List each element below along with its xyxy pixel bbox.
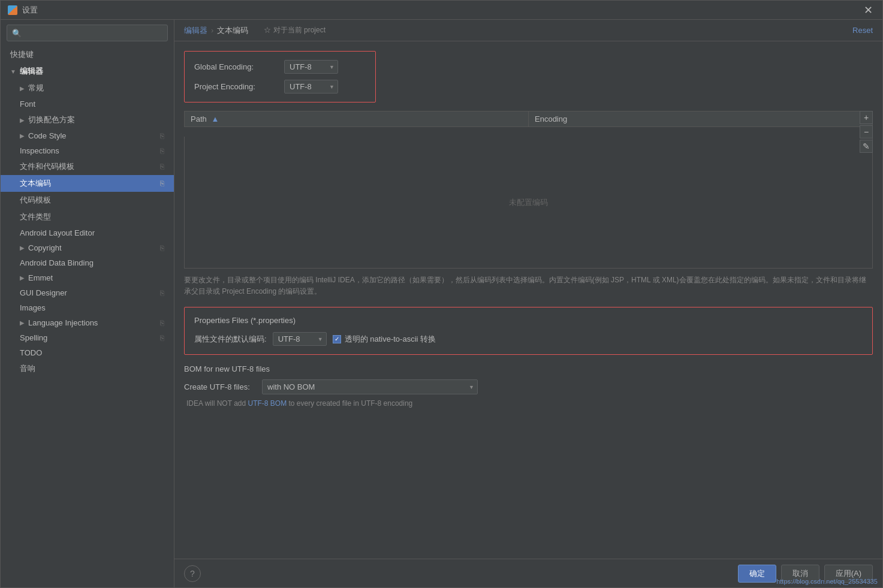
- sidebar-item-label: 快捷键: [10, 49, 34, 60]
- sidebar-item-label: Android Data Binding: [20, 258, 94, 267]
- sidebar-item-general[interactable]: ▶ 常规: [1, 80, 174, 97]
- copy-icon: ⎘: [160, 289, 164, 297]
- properties-title: Properties Files (*.properties): [194, 316, 863, 325]
- encoding-section: Global Encoding: UTF-8 Project Encoding:…: [184, 51, 376, 102]
- sidebar-item-images[interactable]: Images: [1, 300, 174, 315]
- edit-encoding-button[interactable]: ✎: [860, 140, 873, 153]
- global-encoding-row: Global Encoding: UTF-8: [194, 60, 366, 74]
- copy-icon: ⎘: [160, 147, 164, 155]
- sidebar-item-live-templates[interactable]: 代码模板: [1, 192, 174, 209]
- native-to-ascii-label: 透明的 native-to-ascii 转换: [345, 334, 436, 345]
- copy-icon: ⎘: [160, 319, 164, 327]
- arrow-right-icon: ▶: [20, 117, 25, 123]
- global-encoding-select[interactable]: UTF-8: [284, 60, 338, 74]
- add-encoding-button[interactable]: +: [860, 111, 873, 124]
- sort-asc-icon: ▲: [211, 114, 219, 123]
- sidebar-item-label: 文本编码: [20, 178, 51, 189]
- sidebar-item-label: Emmet: [28, 273, 53, 282]
- project-encoding-select-wrapper: UTF-8: [284, 80, 338, 94]
- properties-encoding-select[interactable]: UTF-8: [273, 332, 327, 346]
- sidebar-item-font[interactable]: Font: [1, 97, 174, 111]
- footer-url: https://blog.csdn.net/qq_25534335: [776, 578, 878, 585]
- path-encoding-table: Path ▲ Encoding: [184, 111, 873, 127]
- titlebar: 设置 ✕: [1, 1, 882, 20]
- create-utf8-row: Create UTF-8 files: with NO BOM: [184, 379, 873, 394]
- sidebar-item-label: Code Style: [28, 131, 67, 140]
- breadcrumb: 编辑器 › 文本编码 ☆ 对于当前 project Reset: [174, 20, 882, 41]
- sidebar-item-label: Inspections: [20, 146, 59, 155]
- arrow-down-icon: ▼: [10, 68, 16, 75]
- sidebar-item-sound[interactable]: 音响: [1, 360, 174, 377]
- sidebar-item-file-encodings[interactable]: 文本编码 ⎘: [1, 175, 174, 192]
- sidebar-item-label: Language Injections: [28, 318, 98, 327]
- native-to-ascii-checkbox[interactable]: ✓: [333, 335, 341, 343]
- sidebar-item-shortcuts[interactable]: 快捷键: [1, 46, 174, 63]
- sidebar-item-todo[interactable]: TODO: [1, 345, 174, 360]
- sidebar-item-label: Copyright: [28, 243, 62, 252]
- sidebar-item-label: 切换配色方案: [28, 114, 75, 125]
- project-encoding-select[interactable]: UTF-8: [284, 80, 338, 94]
- sidebar-item-spelling[interactable]: Spelling ⎘: [1, 330, 174, 345]
- sidebar-item-label: 编辑器: [20, 66, 43, 77]
- copy-icon: ⎘: [160, 132, 164, 140]
- project-link[interactable]: ☆ 对于当前 project: [264, 25, 326, 35]
- sidebar-item-editor[interactable]: ▼ 编辑器: [1, 63, 174, 80]
- bom-section: BOM for new UTF-8 files Create UTF-8 fil…: [184, 364, 873, 408]
- app-icon: [8, 5, 17, 15]
- sidebar-item-label: TODO: [20, 348, 42, 357]
- sidebar-item-android-layout-editor[interactable]: Android Layout Editor: [1, 225, 174, 240]
- ok-button[interactable]: 确定: [738, 565, 776, 583]
- close-button[interactable]: ✕: [861, 4, 875, 17]
- sidebar-item-label: 音响: [20, 363, 35, 374]
- sidebar-item-color-scheme[interactable]: ▶ 切换配色方案: [1, 111, 174, 128]
- col-path: Path ▲: [185, 111, 529, 127]
- reset-button[interactable]: Reset: [852, 26, 873, 35]
- path-encoding-table-container: Path ▲ Encoding 未配置编码 + − ✎: [184, 111, 873, 269]
- sidebar-item-label: 文件类型: [20, 212, 51, 222]
- remove-encoding-button[interactable]: −: [860, 125, 873, 138]
- settings-window: 设置 ✕ 🔍 快捷键 ▼ 编辑器 ▶ 常规 Font ▶: [0, 0, 883, 588]
- sidebar-item-gui-designer[interactable]: GUI Designer ⎘: [1, 285, 174, 300]
- settings-body: Global Encoding: UTF-8 Project Encoding:…: [174, 41, 882, 559]
- sidebar-item-file-types[interactable]: 文件类型: [1, 209, 174, 225]
- properties-encoding-label: 属性文件的默认编码:: [194, 334, 267, 345]
- arrow-right-icon: ▶: [20, 132, 25, 139]
- help-button[interactable]: ?: [184, 565, 201, 582]
- project-encoding-label: Project Encoding:: [194, 82, 278, 91]
- properties-encoding-select-wrapper: UTF-8: [273, 332, 327, 346]
- properties-section: Properties Files (*.properties) 属性文件的默认编…: [184, 307, 873, 355]
- create-utf8-select[interactable]: with NO BOM: [262, 379, 478, 394]
- properties-encoding-row: 属性文件的默认编码: UTF-8 ✓ 透明的 native-to-ascii 转…: [194, 332, 863, 346]
- sidebar-item-label: 常规: [28, 83, 44, 94]
- arrow-right-icon: ▶: [20, 245, 25, 251]
- sidebar-item-label: 代码模板: [20, 195, 51, 206]
- sidebar-item-file-code-templates[interactable]: 文件和代码模板 ⎘: [1, 158, 174, 175]
- create-utf8-label: Create UTF-8 files:: [184, 382, 256, 391]
- search-icon: 🔍: [12, 29, 22, 38]
- sidebar-item-emmet[interactable]: ▶ Emmet: [1, 270, 174, 285]
- global-encoding-label: Global Encoding:: [194, 62, 278, 71]
- sidebar-item-inspections[interactable]: Inspections ⎘: [1, 143, 174, 158]
- sidebar-item-code-style[interactable]: ▶ Code Style ⎘: [1, 128, 174, 143]
- sidebar-item-label: Android Layout Editor: [20, 228, 95, 237]
- sidebar-item-label: Font: [20, 99, 35, 108]
- table-empty-state: 未配置编码: [184, 137, 873, 269]
- sidebar-item-android-data-binding[interactable]: Android Data Binding: [1, 255, 174, 270]
- bom-title: BOM for new UTF-8 files: [184, 364, 873, 373]
- search-box[interactable]: 🔍: [7, 25, 168, 41]
- right-panel: 编辑器 › 文本编码 ☆ 对于当前 project Reset Global E…: [174, 20, 882, 587]
- window-title: 设置: [22, 5, 861, 16]
- create-utf8-select-wrapper: with NO BOM: [262, 379, 478, 394]
- breadcrumb-current: 文本编码: [217, 25, 248, 36]
- native-to-ascii-checkbox-label[interactable]: ✓ 透明的 native-to-ascii 转换: [333, 334, 436, 345]
- copy-icon: ⎘: [160, 162, 164, 171]
- arrow-right-icon: ▶: [20, 85, 25, 92]
- sidebar-item-label: GUI Designer: [20, 288, 67, 297]
- footer: ? 确定 取消 应用(A) https://blog.csdn.net/qq_2…: [174, 559, 882, 587]
- breadcrumb-parent[interactable]: 编辑器: [184, 25, 207, 36]
- sidebar-item-copyright[interactable]: ▶ Copyright ⎘: [1, 240, 174, 255]
- sidebar-item-language-injections[interactable]: ▶ Language Injections ⎘: [1, 315, 174, 330]
- breadcrumb-separator: ›: [211, 26, 213, 35]
- arrow-right-icon: ▶: [20, 275, 25, 281]
- main-content: 🔍 快捷键 ▼ 编辑器 ▶ 常规 Font ▶ 切换配色方案 ▶: [1, 20, 882, 587]
